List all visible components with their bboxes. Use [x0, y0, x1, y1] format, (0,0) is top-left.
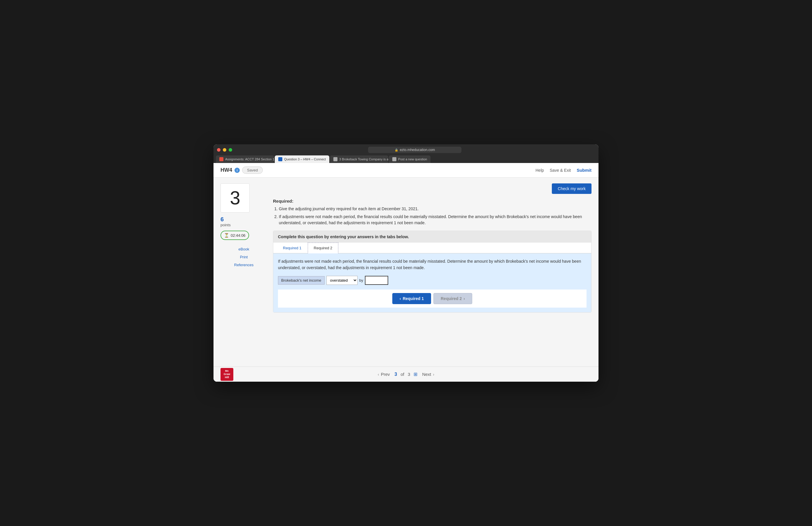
by-label: by — [359, 278, 363, 282]
back-chevron: ‹ — [400, 296, 401, 301]
content-area: Check my work Required: Give the adjusti… — [273, 184, 592, 361]
logo-line2: Graw — [224, 372, 230, 376]
required-label: Required: — [273, 199, 592, 204]
timer-badge: ⏳ 02:44:06 — [220, 231, 249, 240]
hw-title: HW4 — [220, 167, 232, 173]
logo-line3: Hill — [225, 376, 229, 379]
timer-icon: ⏳ — [224, 233, 229, 238]
forward-chevron: › — [463, 296, 465, 301]
tab-icon-0 — [219, 157, 223, 161]
next-button[interactable]: Next › — [422, 372, 434, 377]
tab-label-1: Question 3 – HW4 – Connect — [284, 158, 326, 161]
of-text: of — [401, 372, 405, 377]
sidebar-print-link[interactable]: Print — [220, 254, 267, 260]
submit-button[interactable]: Submit — [577, 167, 592, 173]
bottom-bar: Mc Graw Hill ‹ Prev 3 of 3 ⊞ Next — [214, 366, 598, 382]
tab-label-0: Assignments: ACCT 284 Section 1 (Summer … — [225, 158, 274, 161]
forward-label: Required 2 — [441, 296, 462, 301]
app: HW4 i Saved Help Save & Exit Submit 3 6 … — [214, 163, 598, 382]
tab-icon-3 — [392, 157, 396, 161]
answer-area: If adjustments were not made each period… — [273, 253, 591, 312]
page-nav: ‹ Prev 3 of 3 ⊞ Next › — [378, 371, 434, 377]
browser-tab-0[interactable]: Assignments: ACCT 284 Section 1 (Summer … — [216, 156, 274, 163]
question-number-box: 3 — [220, 184, 250, 213]
sidebar: 3 6 points ⏳ 02:44:06 eBook Print Refere… — [220, 184, 267, 361]
forward-to-required2-button[interactable]: Required 2 › — [433, 293, 472, 304]
browser-tab-2[interactable]: 3 Brokeback Towing Company is at the end… — [330, 156, 388, 163]
traffic-lights — [217, 148, 232, 151]
answer-instruction: If adjustments were not made each period… — [278, 258, 586, 271]
back-to-required1-button[interactable]: ‹ Required 1 — [392, 293, 431, 304]
saved-badge: Saved — [242, 166, 263, 174]
prev-chevron: ‹ — [378, 372, 379, 377]
tabs-row: Required 1 Required 2 — [273, 243, 591, 253]
amount-input[interactable] — [365, 276, 388, 285]
page-info: 3 of 3 ⊞ — [395, 371, 418, 377]
header-right: Help Save & Exit Submit — [536, 167, 592, 173]
check-work-row: Check my work — [273, 184, 592, 194]
tab-label-2: 3 Brokeback Towing Company is at the end… — [339, 158, 388, 161]
logo-left: Mc Graw Hill — [220, 368, 233, 381]
info-icon[interactable]: i — [234, 167, 240, 173]
required-item-0: Give the adjusting journal entry require… — [279, 206, 592, 212]
timer-value: 02:44:06 — [231, 233, 246, 238]
sidebar-references-link[interactable]: References — [220, 262, 267, 268]
current-page: 3 — [395, 372, 397, 377]
total-pages: 3 — [408, 372, 410, 377]
answer-label: Brokeback's net income — [278, 276, 324, 284]
titlebar-center: 🔒 ezto.mheducation.com — [234, 147, 595, 153]
required-item-1: If adjustments were not made each period… — [279, 214, 592, 226]
tab-required-1[interactable]: Required 1 — [277, 243, 308, 253]
save-exit-button[interactable]: Save & Exit — [550, 168, 571, 173]
help-link[interactable]: Help — [536, 168, 544, 173]
next-label: Next — [422, 372, 431, 377]
main-content: 3 6 points ⏳ 02:44:06 eBook Print Refere… — [214, 178, 598, 366]
answer-row: Brokeback's net income overstated unders… — [278, 276, 586, 285]
sidebar-nav: eBook Print References — [220, 246, 267, 268]
instruction-text: Complete this question by entering your … — [278, 234, 409, 239]
maximize-traffic-light[interactable] — [229, 148, 232, 151]
nav-buttons: ‹ Required 1 Required 2 › — [278, 290, 586, 308]
minimize-traffic-light[interactable] — [223, 148, 226, 151]
prev-label: Prev — [381, 372, 390, 377]
tab-icon-1 — [278, 157, 282, 161]
overstated-dropdown[interactable]: overstated understated — [327, 276, 358, 285]
instruction-bar: Complete this question by entering your … — [273, 231, 591, 243]
tab-label-3: Post a new question — [398, 158, 427, 161]
sidebar-ebook-link[interactable]: eBook — [220, 246, 267, 252]
grid-icon[interactable]: ⊞ — [414, 371, 417, 377]
prev-button[interactable]: ‹ Prev — [378, 372, 390, 377]
header: HW4 i Saved Help Save & Exit Submit — [214, 163, 598, 178]
points-value: 6 — [220, 216, 267, 223]
points-label: points — [220, 223, 267, 227]
required-list: Give the adjusting journal entry require… — [279, 206, 592, 226]
browser-tab-3[interactable]: Post a new question — [389, 156, 431, 163]
lock-icon: 🔒 — [395, 148, 398, 151]
titlebar: 🔒 ezto.mheducation.com — [214, 144, 598, 156]
question-number: 3 — [230, 187, 240, 209]
browser-tabs: Assignments: ACCT 284 Section 1 (Summer … — [214, 156, 598, 163]
url-bar[interactable]: 🔒 ezto.mheducation.com — [368, 147, 461, 153]
logo-line1: Mc — [225, 369, 229, 372]
header-left: HW4 i Saved — [220, 166, 263, 174]
tab-required-2[interactable]: Required 2 — [308, 243, 339, 253]
close-traffic-light[interactable] — [217, 148, 220, 151]
back-label: Required 1 — [403, 296, 424, 301]
tab-icon-2 — [333, 157, 337, 161]
question-card: Complete this question by entering your … — [273, 231, 592, 312]
url-text: ezto.mheducation.com — [400, 148, 435, 152]
next-chevron: › — [433, 372, 434, 377]
check-work-button[interactable]: Check my work — [552, 184, 592, 194]
mcgraw-hill-logo: Mc Graw Hill — [220, 368, 233, 381]
browser-tab-1[interactable]: Question 3 – HW4 – Connect — [275, 156, 329, 163]
